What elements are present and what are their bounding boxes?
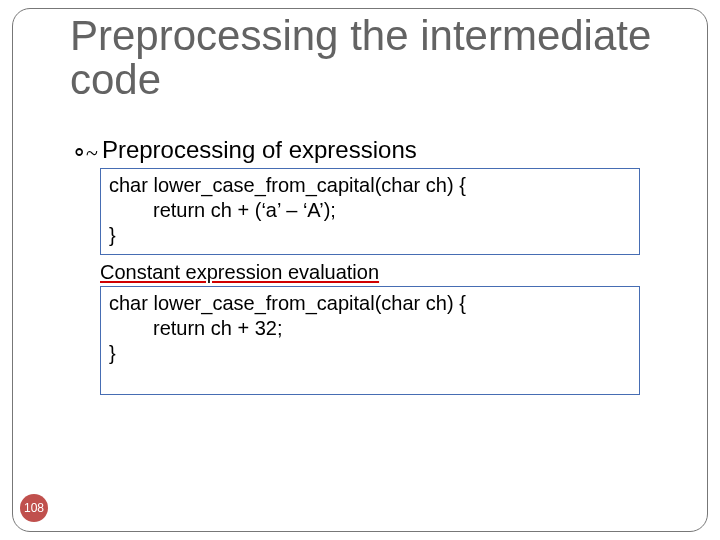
slide-body: ⚬⁠~ Preprocessing of expressions char lo… — [70, 136, 670, 401]
code-line: } — [109, 223, 631, 248]
annotation-text: Constant expression evaluation — [100, 261, 670, 284]
code-line: return ch + 32; — [109, 316, 631, 341]
page-number-badge: 108 — [20, 494, 48, 522]
code-line: char lower_case_from_capital(char ch) { — [109, 291, 631, 316]
code-line: } — [109, 341, 631, 366]
page-number: 108 — [24, 501, 44, 515]
slide-title: Preprocessing the intermediate code — [70, 14, 670, 102]
code-box-after: char lower_case_from_capital(char ch) { … — [100, 286, 640, 395]
slide: Preprocessing the intermediate code ⚬⁠~ … — [0, 0, 720, 540]
bullet-tail-icon: ~ — [86, 140, 98, 166]
code-line: return ch + (‘a’ – ‘A’); — [109, 198, 631, 223]
bullet-text: Preprocessing of expressions — [102, 136, 417, 164]
code-line: char lower_case_from_capital(char ch) { — [109, 173, 631, 198]
bullet-item: ⚬⁠~ Preprocessing of expressions — [70, 136, 670, 164]
code-box-before: char lower_case_from_capital(char ch) { … — [100, 168, 640, 255]
